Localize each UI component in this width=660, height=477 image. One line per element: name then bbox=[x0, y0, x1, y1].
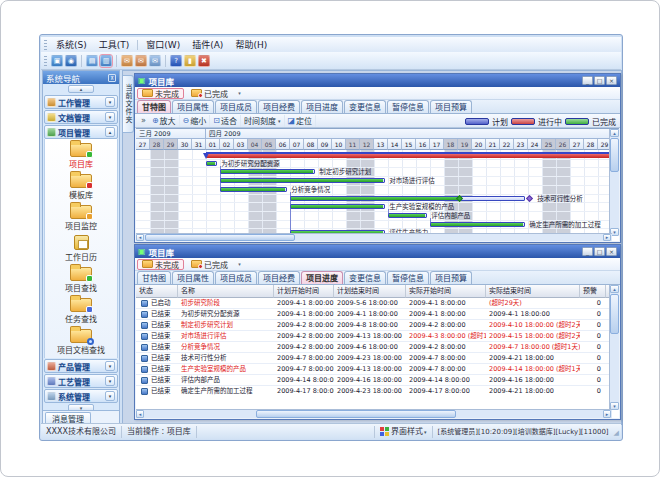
table-tab[interactable]: 项目成员 bbox=[215, 271, 257, 284]
scroll-right-button[interactable]: ▸ bbox=[603, 410, 611, 418]
nav-group-5[interactable]: 工艺管理▾ bbox=[44, 374, 118, 388]
nav-group-6[interactable]: 系统管理▾ bbox=[44, 389, 118, 403]
scroll-left-button[interactable]: ◂ bbox=[136, 234, 144, 241]
table-tab[interactable]: 项目经费 bbox=[258, 271, 300, 284]
gantt-maximize-button[interactable]: □ bbox=[594, 76, 605, 85]
gantt-bar[interactable] bbox=[220, 187, 287, 192]
table-minimize-button[interactable]: _ bbox=[582, 247, 593, 256]
table-tab[interactable]: 项目预算 bbox=[430, 271, 472, 284]
collapse-up-button[interactable]: ▴ bbox=[68, 85, 94, 93]
table-horizontal-scrollbar[interactable]: ◂▸ bbox=[136, 409, 612, 418]
table-maximize-button[interactable]: □ bbox=[594, 247, 605, 256]
gantt-bar[interactable] bbox=[220, 169, 315, 174]
gantt-filter-tab[interactable]: 未完成 bbox=[137, 88, 184, 99]
scrollbar-thumb[interactable] bbox=[610, 138, 619, 172]
gantt-minimize-button[interactable]: _ bbox=[582, 76, 593, 85]
nav-group-toggle[interactable]: ▾ bbox=[105, 97, 115, 107]
gantt-tab[interactable]: 项目进度 bbox=[301, 100, 343, 113]
nav-item-1[interactable]: 项目库 bbox=[45, 140, 117, 171]
gantt-bar[interactable] bbox=[206, 161, 217, 166]
gantt-vertical-scrollbar[interactable]: ▴▾ bbox=[609, 129, 619, 233]
column-header-7[interactable]: 预警 bbox=[580, 285, 606, 298]
menu-item-3[interactable]: 窗口(W) bbox=[140, 38, 186, 51]
folder-closed-icon[interactable]: ▤ bbox=[86, 55, 98, 67]
scroll-up-button[interactable]: ▴ bbox=[610, 129, 619, 137]
table-tab[interactable]: 项目属性 bbox=[172, 271, 214, 284]
mail-read-icon[interactable]: ✉ bbox=[149, 55, 161, 67]
gantt-bar[interactable] bbox=[430, 222, 525, 227]
gantt-tool-zoom-out[interactable]: ⊖缩小 bbox=[180, 115, 211, 127]
nav-group-toggle[interactable]: ▾ bbox=[105, 361, 115, 371]
gantt-horizontal-scrollbar[interactable]: ◂▸ bbox=[136, 233, 612, 241]
resize-grip[interactable]: ◢ bbox=[614, 429, 621, 439]
gantt-tab[interactable]: 项目成员 bbox=[215, 100, 257, 113]
gantt-tab[interactable]: 变更信息 bbox=[344, 100, 386, 113]
folder-open-icon[interactable]: ▥ bbox=[100, 55, 112, 67]
gantt-bar[interactable] bbox=[290, 204, 385, 209]
gantt-tool-fit[interactable]: ⊡适合 bbox=[210, 115, 241, 127]
scroll-right-button[interactable]: ▸ bbox=[603, 234, 611, 241]
column-header-1[interactable]: 状态 bbox=[136, 285, 178, 298]
gantt-tool-zoom-in[interactable]: ⊕放大 bbox=[149, 115, 180, 127]
gantt-bar[interactable] bbox=[290, 196, 525, 201]
column-header-2[interactable]: 名称 bbox=[178, 285, 274, 298]
table-row[interactable]: 已结束评估内部产品2009-4-14 8:00:002009-4-16 18:0… bbox=[136, 375, 612, 386]
scroll-left-button[interactable]: ◂ bbox=[136, 410, 144, 418]
scrollbar-thumb[interactable] bbox=[256, 410, 456, 418]
scroll-up-button[interactable]: ▴ bbox=[610, 285, 619, 293]
ui-style-selector[interactable]: 界面样式 ▾ bbox=[374, 426, 433, 438]
table-vertical-scrollbar[interactable]: ▴▾ bbox=[609, 285, 619, 409]
table-filter-tab[interactable]: 已完成 bbox=[186, 259, 233, 270]
table-tab[interactable]: 变更信息 bbox=[344, 271, 386, 284]
table-row[interactable]: 已结束对市场进行评估2009-4-2 8:00:002009-4-13 18:0… bbox=[136, 331, 612, 342]
nav-group-toggle[interactable]: ▾ bbox=[105, 112, 115, 122]
nav-group-2[interactable]: 文档管理▾ bbox=[44, 110, 118, 124]
gantt-window-titlebar[interactable]: ▣ 项目库 _□× bbox=[135, 74, 620, 87]
gantt-tool-locate[interactable]: ◪定位 bbox=[285, 115, 317, 127]
menu-item-4[interactable]: 插件(A) bbox=[186, 38, 229, 51]
table-filter-overflow-button[interactable]: ▾ bbox=[235, 261, 244, 267]
table-row[interactable]: 已启动初步研究阶段2009-4-1 8:00:002009-5-6 18:00:… bbox=[136, 298, 612, 309]
system-monitor-icon[interactable]: ▣ bbox=[51, 55, 63, 67]
nav-group-toggle[interactable]: ▴ bbox=[105, 127, 115, 137]
table-row[interactable]: 已结束制定初步研究计划2009-4-2 8:00:002009-4-8 18:0… bbox=[136, 320, 612, 331]
gantt-tab[interactable]: 甘特图 bbox=[137, 100, 171, 113]
gantt-plot-area[interactable]: 为初步研究分配资源制定初步研究计划对市场进行评估分析竞争情况技术可行性分析生产实… bbox=[136, 150, 612, 237]
column-header-5[interactable]: 实际开始时间 bbox=[406, 285, 486, 298]
nav-group-1[interactable]: 工作管理▾ bbox=[44, 95, 118, 109]
gantt-filter-tab[interactable]: 已完成 bbox=[186, 88, 233, 99]
table-row[interactable]: 已结束生产实验室规模的产品2009-4-7 8:00:002009-4-13 1… bbox=[136, 364, 612, 375]
nav-group-4[interactable]: 产品管理▾ bbox=[44, 359, 118, 373]
gantt-close-button[interactable]: × bbox=[606, 76, 617, 85]
menu-item-2[interactable]: 工具(T) bbox=[93, 38, 136, 51]
gantt-tool-timescale[interactable]: 时间刻度▾ bbox=[241, 115, 285, 127]
table-filter-tab[interactable]: 未完成 bbox=[137, 259, 184, 270]
pin-icon[interactable]: ⊼ bbox=[108, 74, 116, 82]
menu-item-5[interactable]: 帮助(H) bbox=[229, 38, 273, 51]
lock-icon[interactable]: ▮ bbox=[184, 55, 196, 67]
column-header-6[interactable]: 实际结束时间 bbox=[486, 285, 580, 298]
toolbar-chevron[interactable]: » bbox=[138, 116, 149, 125]
help-icon[interactable]: ? bbox=[170, 55, 182, 67]
nav-item-7[interactable]: 项目文档查找 bbox=[45, 326, 117, 357]
nav-item-4[interactable]: 工作日历 bbox=[45, 233, 117, 264]
scrollbar-thumb[interactable] bbox=[145, 234, 295, 241]
nav-item-5[interactable]: 项目查找 bbox=[45, 264, 117, 295]
menu-item-1[interactable]: 系统(S) bbox=[50, 38, 93, 51]
table-window-titlebar[interactable]: ▣ 项目库 _□× bbox=[135, 245, 620, 258]
nav-group-toggle[interactable]: ▾ bbox=[105, 376, 115, 386]
gantt-filter-overflow-button[interactable]: ▾ bbox=[235, 90, 244, 96]
globe-icon[interactable]: ◉ bbox=[65, 55, 77, 67]
table-row[interactable]: 已结束为初步研究分配资源2009-4-1 8:00:002009-4-1 18:… bbox=[136, 309, 612, 320]
summary-bar[interactable] bbox=[206, 154, 612, 158]
nav-group-3[interactable]: 项目管理▴ bbox=[44, 125, 118, 139]
table-tab[interactable]: 暂停信息 bbox=[387, 271, 429, 284]
scrollbar-thumb[interactable] bbox=[610, 294, 619, 334]
gantt-tab[interactable]: 项目预算 bbox=[430, 100, 472, 113]
nav-item-3[interactable]: 项目监控 bbox=[45, 202, 117, 233]
gantt-tab[interactable]: 暂停信息 bbox=[387, 100, 429, 113]
gantt-bar[interactable] bbox=[220, 178, 385, 183]
table-close-button[interactable]: × bbox=[606, 247, 617, 256]
table-row[interactable]: 已结束分析竞争情况2009-4-2 8:00:002009-4-6 18:00:… bbox=[136, 342, 612, 353]
column-header-3[interactable]: 计划开始时间 bbox=[274, 285, 334, 298]
